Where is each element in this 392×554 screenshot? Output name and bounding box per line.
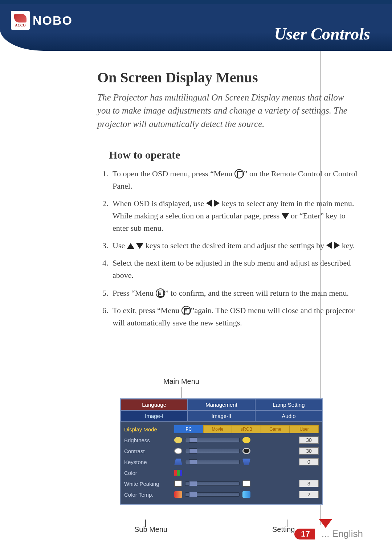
down-arrow-icon [282,213,289,219]
contrast-low-icon [174,448,182,454]
value-brightness: 30 [299,436,319,444]
slider-contrast [185,449,240,453]
footer: 17 ... English [294,528,363,539]
keystone-high-icon [242,459,250,465]
left-arrow-icon [326,242,332,249]
menu-icon [156,288,165,298]
intro-paragraph: The Projector has multilingual On Screen… [97,91,359,131]
value-contrast: 30 [299,447,319,455]
header-band: ACCO NOBO User Controls [0,0,392,51]
brand-logo: ACCO NOBO [11,11,73,30]
right-arrow-icon [334,242,340,249]
mode-pc: PC [174,425,203,433]
row-white-peaking: White Peaking 3 [124,478,319,489]
step-5: Press “Menu ” to confirm, and the screen… [110,287,359,299]
slider-keystone [185,460,240,464]
label-color: Color [124,470,171,476]
left-arrow-icon [206,200,212,207]
callout-line [181,387,181,398]
tab-management: Management [188,399,255,410]
tab-language: Language [121,399,188,410]
row-display-mode: Display Mode PC Movie sRGB Game User [124,424,319,435]
step-1: To open the OSD menu, press “Menu ” on t… [110,168,359,192]
row-color-temp: Color Temp. 2 [124,489,319,500]
slider-color-temp [185,492,240,497]
wp-low-icon [174,480,182,487]
acco-text: ACCO [15,23,25,27]
value-white-peaking: 3 [299,480,319,487]
label-color-temp: Color Temp. [124,492,171,498]
slider-brightness [185,438,240,442]
main-menu-callout: Main Menu [163,377,199,386]
mode-movie: Movie [203,425,232,433]
acco-badge: ACCO [11,11,30,30]
slider-white-peaking [185,481,240,486]
section-title: On Screen Display Menus [97,69,359,86]
brightness-high-icon [242,437,250,443]
tab-lamp-setting: Lamp Setting [255,399,322,410]
row-color: Color [124,467,319,478]
osd-figure: Main Menu Language Management Lamp Setti… [120,377,330,484]
continue-arrow-icon [319,519,332,528]
osd-tabs-row2: Image-I Image-II Audio [121,410,322,422]
acco-swirl-icon [14,14,26,22]
temp-warm-icon [174,491,182,498]
subheading: How to operate [109,149,359,161]
label-brightness: Brightness [124,437,171,443]
mode-user: User [290,425,319,433]
value-keystone: 0 [299,458,319,465]
wp-high-icon [242,480,250,487]
up-arrow-icon [127,243,134,249]
tab-image-ii: Image-II [188,410,255,422]
steps-list: To open the OSD menu, press “Menu ” on t… [110,168,359,329]
temp-cool-icon [242,491,250,498]
step-4: Select the next item to be adjusted in t… [110,257,359,282]
tab-audio: Audio [255,410,322,422]
label-contrast: Contrast [124,448,171,454]
label-display-mode: Display Mode [124,426,171,432]
contrast-high-icon [242,448,250,454]
label-keystone: Keystone [124,459,171,465]
row-brightness: Brightness 30 [124,435,319,446]
language-label: ... English [322,528,363,539]
menu-icon [181,306,191,315]
header-title: User Controls [274,24,370,44]
osd-tabs-row1: Language Management Lamp Setting [121,399,322,410]
step-3: Use keys to select the desired item and … [110,239,359,252]
page-number: 17 [294,529,315,539]
label-white-peaking: White Peaking [124,481,171,487]
nobo-text: NOBO [33,13,73,28]
osd-body: Display Mode PC Movie sRGB Game User Bri… [121,422,322,504]
step-2: When OSD is displayed, use keys to selec… [110,197,359,234]
menu-icon [234,169,244,178]
sub-menu-callout: Sub Menu [134,525,167,534]
row-contrast: Contrast 30 [124,446,319,456]
down-arrow-icon [136,243,143,249]
tab-image-i: Image-I [121,410,188,422]
right-arrow-icon [214,200,220,207]
osd-window: Language Management Lamp Setting Image-I… [120,398,323,505]
row-keystone: Keystone 0 [124,456,319,467]
mode-srgb: sRGB [232,425,261,433]
color-icon [174,470,182,476]
setting-callout: Setting [272,525,295,534]
keystone-low-icon [174,459,182,465]
brightness-low-icon [174,437,182,443]
page-content: On Screen Display Menus The Projector ha… [97,69,359,334]
value-color-temp: 2 [299,491,319,498]
mode-tabs: PC Movie sRGB Game User [174,425,319,433]
mode-game: Game [261,425,290,433]
step-6: To exit, press “Menu ”again. The OSD men… [110,304,359,329]
